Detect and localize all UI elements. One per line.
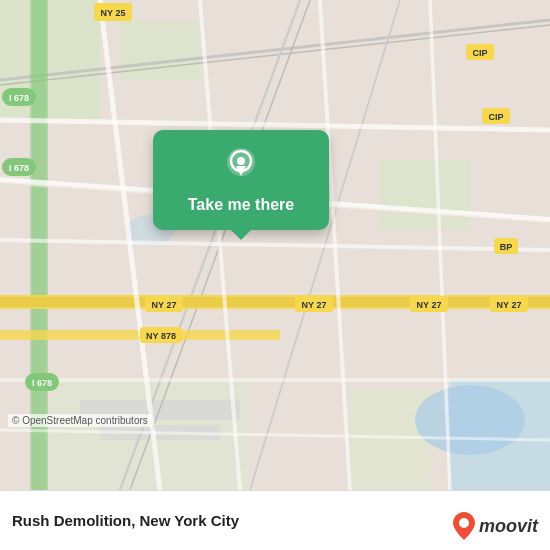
svg-rect-19 [0,297,550,307]
location-name: Rush Demolition, New York City [12,512,239,529]
svg-text:I 678: I 678 [9,163,29,173]
svg-text:NY 878: NY 878 [146,331,176,341]
svg-text:CIP: CIP [488,112,503,122]
take-me-there-label: Take me there [188,196,294,214]
bottom-bar: Rush Demolition, New York City moovit [0,490,550,550]
svg-rect-5 [350,390,430,490]
moovit-pin-icon [453,512,475,540]
osm-attribution: © OpenStreetMap contributors [8,414,152,427]
svg-text:NY 27: NY 27 [417,300,442,310]
svg-point-59 [459,518,469,528]
moovit-text: moovit [479,516,538,537]
svg-text:I 678: I 678 [9,93,29,103]
svg-rect-3 [380,160,470,230]
svg-text:CIP: CIP [472,48,487,58]
svg-text:NY 27: NY 27 [152,300,177,310]
svg-point-57 [237,157,245,165]
location-pin-icon [219,144,263,188]
take-me-there-card[interactable]: Take me there [153,130,329,230]
svg-text:BP: BP [500,242,513,252]
svg-text:NY 25: NY 25 [101,8,126,18]
svg-point-9 [415,385,525,455]
svg-text:NY 27: NY 27 [302,300,327,310]
map-container: NY 25 I 678 I 678 NY 27 NY 27 NY 27 NY 2… [0,0,550,490]
svg-text:I 678: I 678 [32,378,52,388]
svg-text:NY 27: NY 27 [497,300,522,310]
moovit-logo: moovit [453,512,538,540]
